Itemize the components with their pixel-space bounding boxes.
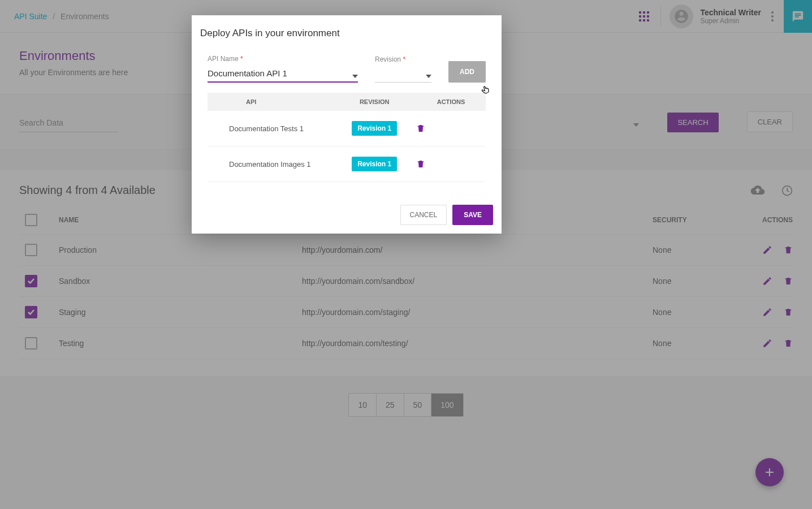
modal-column-actions: ACTIONS: [416, 93, 486, 111]
api-row-name: Documentation Images 1: [208, 146, 332, 182]
revision-label: Revision *: [375, 55, 431, 63]
api-row-name: Documentation Tests 1: [208, 111, 332, 146]
add-button[interactable]: ADD: [448, 61, 486, 83]
modal-title: Deploy APIs in your environment: [192, 15, 502, 49]
api-name-label: API Name *: [208, 55, 358, 63]
revision-select[interactable]: [375, 67, 431, 83]
api-row: Documentation Tests 1Revision 1: [208, 111, 486, 146]
api-name-select[interactable]: [208, 66, 358, 83]
cancel-button[interactable]: CANCEL: [400, 205, 447, 225]
revision-badge: Revision 1: [352, 157, 397, 171]
delete-icon[interactable]: [416, 159, 486, 169]
delete-icon[interactable]: [416, 123, 486, 133]
revision-badge: Revision 1: [352, 121, 397, 136]
modal-column-revision: REVISION: [332, 93, 416, 111]
deploy-apis-modal: Deploy APIs in your environment API Name…: [192, 15, 502, 234]
api-list-table: API REVISION ACTIONS Documentation Tests…: [208, 93, 486, 182]
modal-column-api: API: [208, 93, 332, 111]
save-button[interactable]: SAVE: [452, 205, 493, 225]
api-row: Documentation Images 1Revision 1: [208, 146, 486, 182]
